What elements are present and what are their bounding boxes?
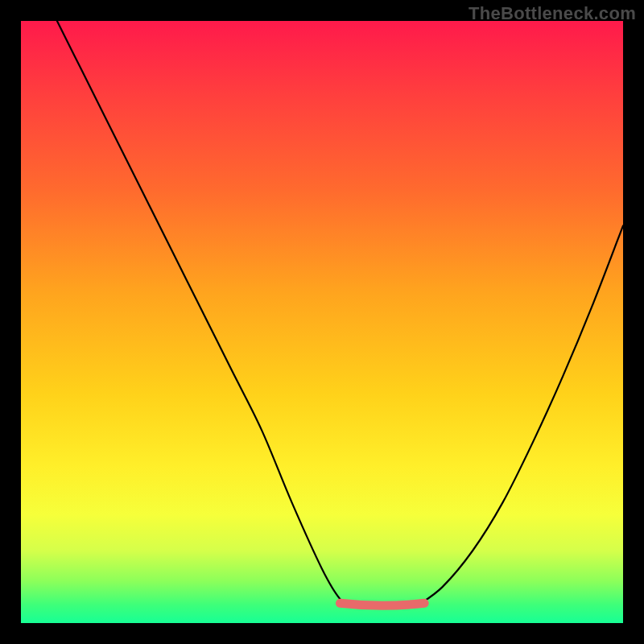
pink-floor-segment xyxy=(340,603,424,605)
watermark-text: TheBottleneck.com xyxy=(469,3,636,24)
chart-frame: TheBottleneck.com xyxy=(0,0,644,644)
bottleneck-curve xyxy=(57,21,623,609)
curve-layer xyxy=(21,21,623,623)
plot-area xyxy=(21,21,623,623)
